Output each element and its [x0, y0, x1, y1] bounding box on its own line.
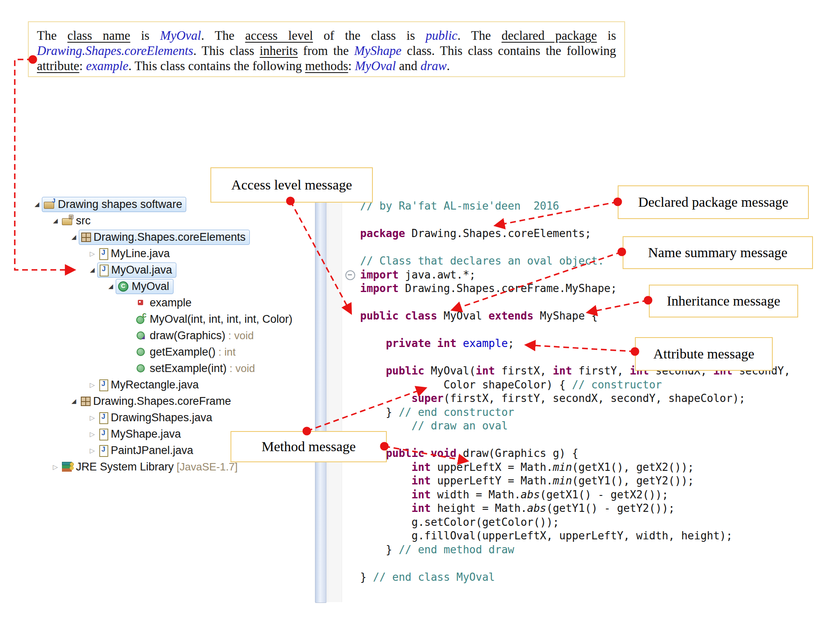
tree-item-label: getExample(): [150, 346, 216, 358]
tree-item-getexample[interactable]: getExample() : int: [124, 344, 296, 360]
code-token: int: [411, 461, 431, 473]
code-token: [360, 488, 411, 501]
summary-text-segment: . This class: [193, 43, 260, 58]
code-token: }: [360, 406, 399, 418]
code-token: java.awt.*;: [399, 269, 476, 281]
expander-icon[interactable]: ◢: [69, 397, 79, 405]
class-icon: [118, 281, 129, 292]
expander-icon[interactable]: ▷: [87, 447, 97, 454]
tree-item-label: example: [150, 297, 192, 309]
expander-icon[interactable]: ◢: [32, 201, 42, 208]
code-line: [360, 323, 790, 337]
override-method-icon: [136, 330, 147, 341]
code-token: private: [386, 337, 431, 349]
expander-icon[interactable]: ◢: [69, 233, 79, 241]
item-content: MyOval(int, int, int, int, Color): [134, 312, 296, 326]
code-token: [425, 447, 431, 459]
code-token: ;: [508, 337, 514, 349]
tree-item-myrectangle-java[interactable]: ▷MyRectangle.java: [87, 377, 296, 393]
tree-item-src[interactable]: ◢src: [50, 212, 296, 229]
expander-icon[interactable]: ▷: [87, 414, 97, 422]
summary-text-segment: MyOval: [160, 28, 201, 43]
tree-item-drawingshapes-java[interactable]: ▷DrawingShapes.java: [87, 409, 296, 426]
summary-text-segment: . This class contains the following: [128, 59, 305, 73]
code-token: int: [411, 502, 431, 514]
tree-item-myoval-java[interactable]: ◢MyOval.java: [87, 262, 296, 278]
code-token: }: [360, 543, 399, 556]
fold-collapse-icon[interactable]: [345, 270, 355, 280]
tree-item-decorator: : void: [228, 329, 254, 342]
editor-gutter: [327, 192, 342, 602]
code-token: [399, 310, 405, 322]
item-content: draw(Graphics) : void: [134, 329, 258, 343]
code-token: // by Ra'fat AL-msie'deen 2016: [360, 200, 559, 212]
java-file-icon: [99, 412, 108, 423]
java-file-icon: [99, 445, 108, 456]
figure-canvas: The class name is MyOval. The access lev…: [0, 0, 840, 630]
item-content: DrawingShapes.java: [97, 411, 216, 425]
callout-name-summary: Name summary message: [623, 236, 813, 269]
source-folder-icon: [62, 215, 73, 226]
code-token: int: [437, 337, 457, 349]
code-token: g.fillOval(upperLeftX, upperLeftY, width…: [360, 530, 733, 542]
tree-item-label: Drawing.Shapes.coreElements: [94, 231, 246, 244]
code-token: [360, 337, 386, 349]
code-token: [360, 475, 411, 487]
summary-text-segment: MyShape: [354, 43, 401, 58]
callout-attribute: Attribute message: [635, 337, 773, 371]
code-token: (getX1() - getX2());: [540, 488, 668, 501]
code-token: import: [360, 282, 399, 294]
expander-icon[interactable]: ▷: [87, 250, 97, 258]
code-token: package: [360, 227, 405, 240]
code-token: (firstX, firstY, secondX, secondY, shape…: [444, 392, 746, 404]
expander-icon[interactable]: ◢: [50, 217, 60, 224]
summary-text-segment: .: [447, 59, 450, 73]
code-line: import java.awt.*;: [360, 268, 790, 282]
tree-item-myoval-int-int-int-int-color[interactable]: MyOval(int, int, int, int, Color): [124, 311, 296, 327]
code-line: } // end method draw: [360, 543, 790, 557]
expander-icon[interactable]: ◢: [106, 283, 116, 290]
code-token: upperLeftY = Math.: [431, 475, 552, 487]
code-token: (getX1(), getX2());: [572, 461, 694, 473]
tree-item-draw-graphics[interactable]: draw(Graphics) : void: [124, 327, 296, 344]
summary-text-segment: example: [86, 59, 128, 73]
editor-scrollbar[interactable]: [315, 192, 326, 603]
summary-text-segment: :: [348, 59, 355, 73]
tree-item-setexample-int[interactable]: setExample(int) : void: [124, 360, 296, 377]
package-icon: [80, 395, 90, 407]
selected-item-highlight: Drawing.Shapes.coreElements: [79, 230, 250, 245]
code-token: height = Math.: [431, 502, 527, 514]
code-token: // end method draw: [399, 543, 514, 556]
code-token: (getY1(), getY2());: [572, 475, 694, 487]
item-content: src: [60, 214, 94, 228]
tree-item-myoval[interactable]: ◢MyOval: [106, 278, 296, 294]
item-content: MyRectangle.java: [97, 378, 203, 392]
code-token: example: [463, 337, 508, 349]
class-summary-box: The class name is MyOval. The access lev…: [28, 21, 625, 77]
tree-item-myline-java[interactable]: ▷MyLine.java: [87, 245, 296, 262]
expander-icon[interactable]: ▷: [87, 430, 97, 438]
tree-item-drawing-shapes-coreelements[interactable]: ◢Drawing.Shapes.coreElements: [69, 229, 296, 245]
tree-item-example[interactable]: example: [124, 294, 296, 311]
code-token: int: [476, 365, 495, 377]
summary-text-segment: class. This class contains the following: [402, 43, 616, 58]
expander-icon[interactable]: ▷: [87, 381, 97, 389]
code-token: upperLeftX = Math.: [431, 461, 552, 473]
tree-item-label: MyRectangle.java: [111, 379, 199, 391]
tree-item-label: PaintJPanel.java: [111, 444, 193, 457]
expander-icon[interactable]: ▷: [50, 463, 60, 471]
code-line: [360, 557, 790, 571]
code-token: import: [360, 269, 399, 281]
tree-item-drawing-shapes-coreframe[interactable]: ◢Drawing.Shapes.coreFrame: [69, 393, 296, 409]
summary-text-segment: attribute: [37, 59, 79, 73]
code-token: [457, 337, 463, 349]
code-token: Drawing.Shapes.coreElements;: [405, 227, 591, 240]
expander-icon[interactable]: ◢: [87, 266, 97, 274]
code-token: public: [386, 365, 425, 377]
summary-text-segment: . The: [457, 28, 501, 43]
code-token: int: [411, 475, 431, 487]
item-content: JRE System Library [JavaSE-1.7]: [60, 460, 241, 474]
summary-text-segment: from the: [298, 43, 354, 58]
item-content: setExample(int) : void: [134, 361, 259, 376]
selected-item-highlight: MyOval.java: [97, 262, 176, 278]
